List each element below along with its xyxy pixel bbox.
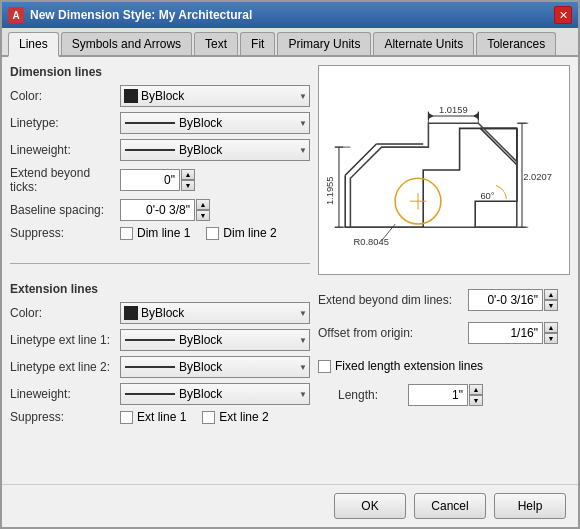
ext-lineweight-select[interactable]: ByBlock ▼ — [120, 383, 310, 405]
length-group: Length: ▲ ▼ — [338, 384, 570, 406]
ext-suppress-group: Suppress: Ext line 1 Ext line 2 — [10, 410, 310, 424]
fixed-length-group: Fixed length extension lines — [318, 359, 570, 373]
ext-linetype1-label: Linetype ext line 1: — [10, 333, 120, 347]
dim-color-group: Color: ByBlock ▼ — [10, 85, 310, 107]
baseline-spacing-down[interactable]: ▼ — [196, 210, 210, 221]
extend-ticks-label: Extend beyond ticks: — [10, 166, 120, 194]
dim-lineweight-select[interactable]: ByBlock ▼ — [120, 139, 310, 161]
ext-line-1-checkbox-label[interactable]: Ext line 1 — [120, 410, 186, 424]
tab-bar: Lines Symbols and Arrows Text Fit Primar… — [2, 28, 578, 57]
baseline-spacing-label: Baseline spacing: — [10, 203, 120, 217]
tab-tolerances[interactable]: Tolerances — [476, 32, 556, 55]
dim-color-select[interactable]: ByBlock ▼ — [120, 85, 310, 107]
baseline-spacing-up[interactable]: ▲ — [196, 199, 210, 210]
ext-color-group: Color: ByBlock ▼ — [10, 302, 310, 324]
dim-linetype-group: Linetype: ByBlock ▼ — [10, 112, 310, 134]
extend-ticks-group: Extend beyond ticks: ▲ ▼ — [10, 166, 310, 194]
offset-origin-spinner: ▲ ▼ — [468, 322, 558, 344]
extend-ticks-down[interactable]: ▼ — [181, 180, 195, 191]
length-up[interactable]: ▲ — [469, 384, 483, 395]
offset-origin-group: Offset from origin: ▲ ▼ — [318, 322, 570, 344]
svg-text:2.0207: 2.0207 — [523, 172, 552, 182]
length-input[interactable] — [408, 384, 468, 406]
close-button[interactable]: ✕ — [554, 6, 572, 24]
extend-dim-label: Extend beyond dim lines: — [318, 293, 468, 307]
svg-text:1.0159: 1.0159 — [439, 105, 468, 115]
tab-text[interactable]: Text — [194, 32, 238, 55]
offset-origin-label: Offset from origin: — [318, 326, 468, 340]
dim-suppress-group: Suppress: Dim line 1 Dim line 2 — [10, 226, 310, 240]
tab-primary-units[interactable]: Primary Units — [277, 32, 371, 55]
extend-dim-down[interactable]: ▼ — [544, 300, 558, 311]
preview-box: 1.0159 1.1955 2.0207 — [318, 65, 570, 275]
dim-line-2-checkbox[interactable] — [206, 227, 219, 240]
extend-ticks-input[interactable] — [120, 169, 180, 191]
ext-lineweight-group: Lineweight: ByBlock ▼ — [10, 383, 310, 405]
preview-svg: 1.0159 1.1955 2.0207 — [319, 66, 569, 274]
baseline-spacing-input[interactable] — [120, 199, 195, 221]
cancel-button[interactable]: Cancel — [414, 493, 486, 519]
offset-origin-down[interactable]: ▼ — [544, 333, 558, 344]
offset-origin-up[interactable]: ▲ — [544, 322, 558, 333]
ok-button[interactable]: OK — [334, 493, 406, 519]
ext-linetype2-select[interactable]: ByBlock ▼ — [120, 356, 310, 378]
fixed-length-label: Fixed length extension lines — [335, 359, 483, 373]
length-spinner: ▲ ▼ — [408, 384, 483, 406]
extension-lines-section: Extension lines Color: ByBlock ▼ Linetyp… — [10, 282, 310, 429]
ext-line-1-label: Ext line 1 — [137, 410, 186, 424]
ext-line-1-checkbox[interactable] — [120, 411, 133, 424]
tab-symbols-arrows[interactable]: Symbols and Arrows — [61, 32, 192, 55]
extend-dim-up[interactable]: ▲ — [544, 289, 558, 300]
baseline-spacing-group: Baseline spacing: ▲ ▼ — [10, 199, 310, 221]
left-panel: Dimension lines Color: ByBlock ▼ Linetyp… — [10, 65, 310, 476]
ext-line-2-label: Ext line 2 — [219, 410, 268, 424]
bottom-bar: OK Cancel Help — [2, 484, 578, 527]
dim-lineweight-group: Lineweight: ByBlock ▼ — [10, 139, 310, 161]
baseline-spacing-spinner: ▲ ▼ — [120, 199, 210, 221]
extend-dim-input[interactable] — [468, 289, 543, 311]
dim-line-2-label: Dim line 2 — [223, 226, 276, 240]
section-divider — [10, 263, 310, 264]
fixed-length-checkbox[interactable] — [318, 360, 331, 373]
dim-suppress-label: Suppress: — [10, 226, 120, 240]
svg-text:1.1955: 1.1955 — [325, 177, 335, 206]
ext-linetype2-group: Linetype ext line 2: ByBlock ▼ — [10, 356, 310, 378]
ext-linetype1-select[interactable]: ByBlock ▼ — [120, 329, 310, 351]
extend-dim-spinner: ▲ ▼ — [468, 289, 558, 311]
dim-lineweight-label: Lineweight: — [10, 143, 120, 157]
ext-linetype1-group: Linetype ext line 1: ByBlock ▼ — [10, 329, 310, 351]
svg-text:60°: 60° — [480, 191, 494, 201]
dim-color-label: Color: — [10, 89, 120, 103]
title-bar-text: New Dimension Style: My Architectural — [30, 8, 554, 22]
fixed-length-checkbox-label[interactable]: Fixed length extension lines — [318, 359, 483, 373]
right-panel: 1.0159 1.1955 2.0207 — [318, 65, 570, 476]
offset-origin-input[interactable] — [468, 322, 543, 344]
dim-line-2-checkbox-label[interactable]: Dim line 2 — [206, 226, 276, 240]
ext-line-2-checkbox[interactable] — [202, 411, 215, 424]
dimension-lines-section: Dimension lines Color: ByBlock ▼ Linetyp… — [10, 65, 310, 245]
ext-lineweight-label: Lineweight: — [10, 387, 120, 401]
help-button[interactable]: Help — [494, 493, 566, 519]
tab-fit[interactable]: Fit — [240, 32, 275, 55]
dim-line-1-checkbox[interactable] — [120, 227, 133, 240]
dialog: A New Dimension Style: My Architectural … — [0, 0, 580, 529]
main-content: Dimension lines Color: ByBlock ▼ Linetyp… — [2, 57, 578, 484]
ext-right-panel: Extend beyond dim lines: ▲ ▼ Offset from… — [318, 285, 570, 411]
length-label: Length: — [338, 388, 408, 402]
dimension-lines-label: Dimension lines — [10, 65, 310, 79]
tab-alternate-units[interactable]: Alternate Units — [373, 32, 474, 55]
tab-lines[interactable]: Lines — [8, 32, 59, 57]
title-bar: A New Dimension Style: My Architectural … — [2, 2, 578, 28]
ext-line-2-checkbox-label[interactable]: Ext line 2 — [202, 410, 268, 424]
dim-line-1-label: Dim line 1 — [137, 226, 190, 240]
ext-color-select[interactable]: ByBlock ▼ — [120, 302, 310, 324]
dim-linetype-label: Linetype: — [10, 116, 120, 130]
app-icon: A — [8, 7, 24, 23]
dim-line-1-checkbox-label[interactable]: Dim line 1 — [120, 226, 190, 240]
extension-lines-label: Extension lines — [10, 282, 310, 296]
length-down[interactable]: ▼ — [469, 395, 483, 406]
dim-linetype-select[interactable]: ByBlock ▼ — [120, 112, 310, 134]
ext-suppress-label: Suppress: — [10, 410, 120, 424]
extend-ticks-up[interactable]: ▲ — [181, 169, 195, 180]
ext-linetype2-label: Linetype ext line 2: — [10, 360, 120, 374]
